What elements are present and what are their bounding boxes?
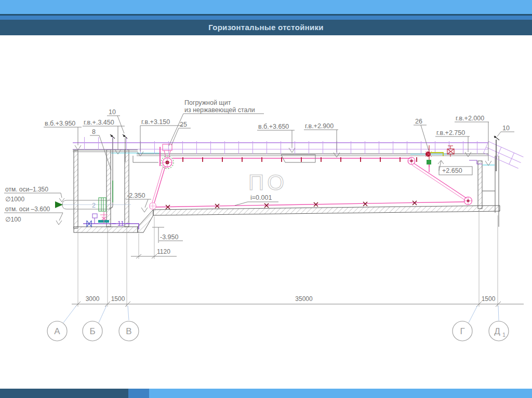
dia-1000: ∅1000 [5, 196, 24, 203]
drawing-canvas: ПО [0, 0, 532, 398]
level-p2650: +2.650 [442, 167, 462, 174]
axis-v: В [126, 326, 131, 336]
level-m3950: -3.950 [160, 234, 178, 241]
note-line2: из нержавеющей стали [184, 106, 255, 114]
axis-mark-3600: отм. оси –3.600 [5, 205, 50, 213]
dia-100: ∅100 [5, 216, 21, 223]
level-gv3450: г.в.+.3.450 [84, 119, 114, 126]
level-gv3150: г.в.+3.150 [141, 118, 170, 126]
dim-1500-left: 1500 [111, 295, 125, 303]
callout-11: 11 [117, 220, 124, 227]
watermark-text: ПО [248, 170, 287, 195]
dim-1500-right: 1500 [482, 295, 496, 303]
level-vb3950: в.б.+3.950 [45, 120, 75, 127]
callout-10-left: 10 [109, 108, 116, 116]
level-gv2000: г.в.+2.000 [456, 115, 484, 122]
idler-sprocket-top [408, 157, 415, 164]
footer-segment-dark [0, 389, 128, 398]
footer-segment-mid [128, 389, 149, 398]
axis-b: Б [89, 326, 95, 336]
axis-d: Д [494, 326, 500, 336]
axis-bubbles: А Б В Г Д 1 [47, 306, 509, 341]
flow-arrow [55, 201, 63, 208]
dim-35000: 35000 [295, 295, 313, 303]
callout-8: 8 [92, 128, 96, 135]
callout-26: 26 [415, 118, 422, 125]
corner-wheel [150, 203, 156, 210]
slope-label: i=0.001 [250, 194, 272, 201]
callout-2: 2 [92, 202, 96, 209]
dimension-chain: 3000 1500 35000 1500 [72, 210, 524, 307]
level-gv2750: г.в.+2.750 [436, 129, 465, 136]
callout-10-right: 10 [502, 125, 510, 132]
axis-a: А [54, 326, 60, 336]
footer-segment-light [149, 389, 532, 398]
dim-3000: 3000 [86, 295, 100, 303]
level-m2350: -2.350 [127, 192, 145, 199]
axis-g: Г [460, 326, 464, 336]
level-gv2900: г.в.+2.900 [305, 122, 334, 130]
level-vb3650: в.б.+3.650 [258, 123, 289, 130]
axis-d-index: 1 [502, 332, 506, 338]
dim-1120-text: 1120 [157, 248, 170, 255]
idler-sprocket-bottom [464, 197, 472, 205]
callout-25: 25 [180, 121, 187, 128]
note-line1: Погружной щит [184, 99, 231, 106]
footer-band [0, 389, 532, 398]
axis-mark-1350: отм. оси–1.350 [5, 186, 48, 193]
